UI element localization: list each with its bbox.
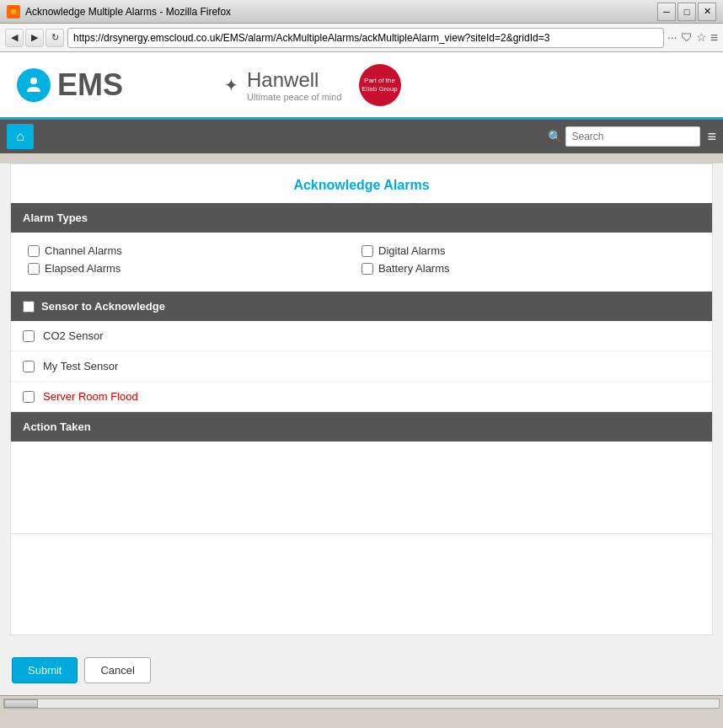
alarm-types-row-2: Elapsed Alarms Battery Alarms [28,262,695,275]
sensor-row-co2: CO2 Sensor [11,321,712,351]
ems-logo: EMS [17,67,123,103]
home-button[interactable]: ⌂ [7,124,34,149]
nav-bar: ⌂ 🔍 ≡ [0,120,723,153]
hanwell-logo-icon: ✦ [224,75,238,95]
title-bar: Acknowledge Multiple Alarms - Mozilla Fi… [0,0,723,24]
sensor-section-header: Sensor to Acknowledge [11,292,712,321]
url-bar: ◀ ▶ ↻ ··· 🛡 ☆ ≡ [0,24,723,52]
svg-point-3 [30,78,37,84]
battery-alarms-checkbox[interactable] [362,263,373,275]
ellab-badge: Part of the Ellab Group [359,64,401,106]
hanwell-logo: ✦ Hanwell Ultimate peace of mind Part of… [224,64,401,106]
select-all-sensors-checkbox[interactable] [23,301,35,313]
nav-buttons: ◀ ▶ ↻ [5,29,64,47]
alarm-type-battery: Battery Alarms [362,262,695,275]
search-area: 🔍 [548,126,700,147]
mytest-sensor-label: My Test Sensor [43,360,118,372]
hanwell-title: Hanwell [247,68,342,92]
menu-icon[interactable]: ≡ [710,30,718,46]
alarm-type-channel: Channel Alarms [28,244,362,257]
action-taken-textarea[interactable] [11,442,712,533]
url-icons: ··· 🛡 ☆ ≡ [667,30,718,46]
maximize-button[interactable]: □ [677,3,696,21]
reload-button[interactable]: ↻ [46,29,64,47]
alarm-type-elapsed: Elapsed Alarms [28,262,362,275]
shield-icon: 🛡 [681,30,693,46]
page-title: Acknowledge Alarms [11,164,712,203]
channel-alarms-checkbox[interactable] [28,245,40,257]
alarm-types-header: Alarm Types [11,203,712,233]
action-taken-label: Action Taken [23,420,91,433]
digital-alarms-checkbox[interactable] [362,245,373,257]
form-container: Acknowledge Alarms Alarm Types Channel A… [10,163,713,635]
forward-button[interactable]: ▶ [25,29,44,47]
submit-button[interactable]: Submit [12,657,78,683]
digital-alarms-label[interactable]: Digital Alarms [378,244,445,257]
alarm-types-label: Alarm Types [23,211,88,224]
scrollbar[interactable] [0,695,723,710]
mytest-sensor-checkbox[interactable] [23,361,35,372]
ellab-text: Part of the Ellab Group [359,77,401,93]
sensor-section-label: Sensor to Acknowledge [41,300,165,313]
scrollbar-track[interactable] [3,699,720,709]
co2-sensor-checkbox[interactable] [23,330,35,342]
nav-menu-button[interactable]: ≡ [707,128,716,146]
search-input[interactable] [565,126,700,147]
hanwell-subtitle: Ultimate peace of mind [247,92,342,102]
serverroom-sensor-label: Server Room Flood [43,390,138,403]
serverroom-sensor-checkbox[interactable] [23,391,35,403]
sensor-row-serverroom: Server Room Flood [11,382,712,412]
search-icon: 🔍 [548,130,562,143]
action-taken-content [11,442,712,534]
minimize-button[interactable]: ─ [657,3,676,21]
ems-label: EMS [57,67,123,103]
alarm-types-row-1: Channel Alarms Digital Alarms [28,244,695,257]
window-title: Acknowledge Multiple Alarms - Mozilla Fi… [25,6,657,18]
dots-icon: ··· [667,30,677,46]
hanwell-info: Hanwell Ultimate peace of mind [247,68,342,102]
alarm-type-digital: Digital Alarms [362,244,695,257]
content-area: Acknowledge Alarms Alarm Types Channel A… [0,163,723,695]
channel-alarms-label[interactable]: Channel Alarms [45,244,122,257]
close-button[interactable]: ✕ [698,3,716,21]
scrollbar-thumb[interactable] [4,699,38,708]
app-header: EMS ✦ Hanwell Ultimate peace of mind Par… [0,52,723,120]
battery-alarms-label[interactable]: Battery Alarms [378,262,450,275]
action-taken-header: Action Taken [11,412,712,442]
svg-point-1 [11,9,16,14]
alarm-types-content: Channel Alarms Digital Alarms Elapsed Al… [11,233,712,292]
home-icon: ⌂ [16,129,24,144]
co2-sensor-label: CO2 Sensor [43,329,104,342]
ems-logo-icon [17,68,51,102]
svg-point-2 [23,74,45,96]
url-input[interactable] [67,28,664,48]
form-buttons: Submit Cancel [0,645,723,695]
firefox-icon [7,5,20,19]
window-controls: ─ □ ✕ [657,3,716,21]
elapsed-alarms-checkbox[interactable] [28,263,40,275]
sensor-row-mytest: My Test Sensor [11,351,712,382]
cancel-button[interactable]: Cancel [84,657,150,683]
elapsed-alarms-label[interactable]: Elapsed Alarms [45,262,121,275]
bookmark-icon: ☆ [696,30,707,46]
back-button[interactable]: ◀ [5,29,24,47]
